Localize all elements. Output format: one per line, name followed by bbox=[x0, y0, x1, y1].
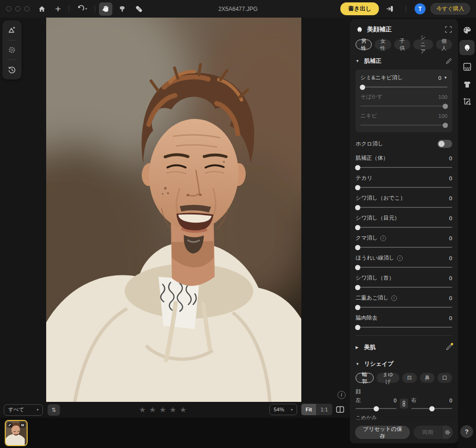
filter-value: すべて bbox=[8, 406, 24, 413]
slider-track[interactable] bbox=[360, 106, 447, 107]
slider-thumb[interactable] bbox=[355, 265, 360, 270]
photo-thumbnail[interactable] bbox=[5, 420, 28, 446]
tab-eyebrows[interactable]: まゆげ bbox=[377, 373, 399, 383]
slider-track[interactable] bbox=[360, 125, 447, 126]
slider-thumb[interactable] bbox=[355, 325, 360, 330]
tab-contour[interactable]: 輪郭 bbox=[356, 373, 374, 383]
slider-thumb[interactable] bbox=[355, 285, 360, 290]
slider-track[interactable] bbox=[356, 287, 452, 288]
slider-track[interactable] bbox=[356, 167, 452, 168]
slider-track[interactable] bbox=[356, 187, 452, 188]
slider-thumb[interactable] bbox=[429, 406, 435, 411]
info-icon[interactable]: i bbox=[337, 391, 346, 399]
face-retouch-module-button[interactable] bbox=[459, 40, 475, 55]
auto-enhance-button[interactable] bbox=[5, 23, 19, 37]
slider-track[interactable] bbox=[356, 408, 397, 409]
slider-thumb[interactable] bbox=[355, 225, 360, 230]
slider-thumb[interactable] bbox=[443, 123, 448, 128]
reshape-drag-tool-button[interactable] bbox=[115, 2, 129, 16]
slider-track[interactable] bbox=[356, 247, 452, 248]
tab-personal[interactable]: 個人 bbox=[436, 39, 452, 49]
slider-thumb[interactable] bbox=[374, 406, 379, 411]
fit-button[interactable]: Fit bbox=[301, 404, 316, 415]
star-icon[interactable]: ★ bbox=[149, 405, 156, 414]
history-button[interactable] bbox=[5, 63, 19, 77]
sync-settings-button[interactable] bbox=[442, 426, 453, 439]
section-expand-icon[interactable]: ▼ bbox=[356, 362, 360, 366]
slider-row-wrinkle-neck: シワ消し（首）0 bbox=[356, 274, 452, 288]
slider-track[interactable] bbox=[411, 408, 452, 409]
slider-thumb[interactable] bbox=[355, 305, 360, 310]
brush-edit-button[interactable] bbox=[445, 344, 452, 351]
slider-thumb[interactable] bbox=[355, 205, 360, 210]
tab-mouth[interactable]: 口 bbox=[437, 373, 452, 383]
face-detect-button[interactable] bbox=[445, 26, 452, 33]
window-zoom-button[interactable] bbox=[24, 6, 30, 11]
compare-view-button[interactable] bbox=[334, 404, 347, 415]
slider-row-nasolabial: ほうれい線消しi0 bbox=[356, 254, 452, 268]
texture-tool-button[interactable] bbox=[5, 43, 19, 57]
slider-thumb[interactable] bbox=[355, 245, 360, 250]
toolbar-divider bbox=[406, 5, 406, 12]
slider-track[interactable] bbox=[356, 327, 452, 328]
hand-tool-button[interactable] bbox=[99, 2, 112, 16]
sync-button[interactable]: 同期 bbox=[414, 426, 442, 439]
export-button[interactable]: 書き出し bbox=[340, 2, 379, 15]
tab-eyes[interactable]: 目 bbox=[402, 373, 417, 383]
section-expand-icon[interactable]: ▼ bbox=[356, 59, 360, 63]
tab-male[interactable]: 男性 bbox=[356, 39, 372, 49]
slider-row-wrinkle-forehead: シワ消し（おでこ）0 bbox=[356, 195, 452, 208]
right-module-strip: ? bbox=[458, 18, 476, 448]
buy-now-button[interactable]: 今すぐ購入 bbox=[430, 3, 470, 15]
home-button[interactable] bbox=[35, 2, 49, 16]
help-button[interactable]: ? bbox=[460, 425, 473, 438]
star-icon[interactable]: ★ bbox=[139, 405, 146, 414]
zoom-level-dropdown[interactable]: 54% ▾ bbox=[269, 404, 297, 415]
tab-nose[interactable]: 鼻 bbox=[420, 373, 435, 383]
dropdown-arrow-icon[interactable]: ▼ bbox=[444, 76, 447, 80]
star-icon[interactable]: ★ bbox=[179, 405, 186, 414]
clothes-module-button[interactable] bbox=[459, 77, 475, 92]
brush-icon bbox=[445, 58, 452, 65]
user-avatar[interactable]: T bbox=[415, 3, 426, 14]
link-toggle-button[interactable] bbox=[400, 399, 408, 409]
heal-tool-button[interactable] bbox=[132, 2, 146, 16]
slider-track[interactable] bbox=[356, 267, 452, 268]
star-icon[interactable]: ★ bbox=[159, 405, 166, 414]
share-button[interactable] bbox=[384, 2, 397, 16]
brush-edit-button[interactable] bbox=[445, 58, 452, 65]
slider-thumb[interactable] bbox=[355, 185, 360, 190]
window-close-button[interactable] bbox=[6, 6, 11, 11]
mole-removal-toggle[interactable] bbox=[437, 140, 452, 148]
slider-row-double-chin: 二重あご消しi0 bbox=[356, 294, 452, 308]
add-photo-button[interactable]: + bbox=[51, 2, 65, 16]
section-reshape[interactable]: ▼ リシェイプ bbox=[356, 360, 452, 368]
actual-size-button[interactable]: 1:1 bbox=[316, 404, 332, 415]
slider-label: シミ&ニキビ消し bbox=[360, 74, 438, 81]
frame-texture-icon bbox=[463, 62, 472, 71]
background-module-button[interactable] bbox=[459, 59, 475, 74]
tab-child[interactable]: 子供 bbox=[394, 39, 410, 49]
image-canvas[interactable]: i bbox=[0, 18, 350, 402]
slider-thumb[interactable] bbox=[443, 104, 448, 109]
star-icon[interactable]: ★ bbox=[169, 405, 176, 414]
filter-dropdown[interactable]: すべて ▾ bbox=[4, 404, 43, 416]
section-skin-correction[interactable]: ▼ 肌補正 bbox=[356, 57, 452, 65]
slider-track[interactable] bbox=[356, 207, 452, 208]
slider-thumb[interactable] bbox=[355, 165, 360, 170]
section-beautiful-skin[interactable]: ▶ 美肌 bbox=[356, 343, 452, 351]
section-collapse-icon[interactable]: ▶ bbox=[356, 345, 360, 350]
toggle-label: ホクロ消し bbox=[356, 140, 437, 147]
crop-edit-module-button[interactable] bbox=[459, 94, 475, 109]
slider-thumb[interactable] bbox=[360, 85, 365, 90]
slider-track[interactable] bbox=[356, 307, 452, 308]
sort-button[interactable]: ⇅ bbox=[48, 404, 60, 416]
slider-track[interactable] bbox=[360, 87, 447, 88]
undo-button[interactable]: ▾ bbox=[73, 2, 91, 16]
tab-female[interactable]: 女性 bbox=[375, 39, 391, 49]
window-minimize-button[interactable] bbox=[15, 6, 20, 11]
color-adjust-module-button[interactable] bbox=[459, 22, 475, 38]
tab-senior[interactable]: シニア bbox=[413, 39, 433, 49]
save-preset-button[interactable]: プリセットの保存 bbox=[355, 426, 410, 439]
slider-track[interactable] bbox=[356, 227, 452, 228]
